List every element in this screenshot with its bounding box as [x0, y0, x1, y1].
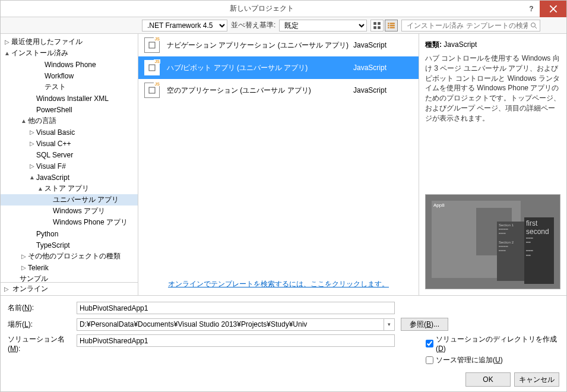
location-input[interactable]	[77, 318, 384, 331]
svg-rect-7	[390, 24, 395, 26]
tree-node[interactable]: ▷Windows アプリ	[1, 206, 138, 217]
svg-rect-8	[388, 27, 389, 28]
add-source-control-checkbox[interactable]	[426, 356, 433, 364]
sort-select[interactable]: 既定	[279, 20, 367, 31]
add-source-control-label: ソース管理に追加(U)	[436, 355, 503, 365]
browse-button[interactable]: 参照(B)...	[401, 318, 448, 331]
tree-node[interactable]: ▲他の言語	[1, 115, 138, 127]
svg-point-10	[531, 23, 536, 27]
online-search-link[interactable]: オンラインでテンプレートを検索するには、ここをクリックします。	[168, 280, 389, 288]
view-list-button[interactable]	[385, 20, 398, 31]
solution-name-label: ソリューション名(M):	[8, 334, 71, 353]
online-search-link-wrap: オンラインでテンプレートを検索するには、ここをクリックします。	[138, 276, 419, 295]
tree-node[interactable]: ▷TypeScript	[1, 239, 138, 251]
js-template-icon: JS	[144, 60, 160, 75]
svg-rect-0	[374, 22, 377, 25]
tree-node[interactable]: ▷SQL Server	[1, 149, 138, 160]
sort-label: 並べ替え基準:	[231, 20, 275, 30]
create-dir-checkbox[interactable]	[426, 340, 433, 347]
search-icon	[530, 22, 537, 29]
dialog-title: 新しいプロジェクト	[1, 4, 523, 14]
view-buttons	[370, 20, 398, 31]
svg-rect-12	[149, 42, 155, 48]
tiles-icon	[373, 21, 381, 30]
svg-rect-14	[149, 87, 155, 93]
tree-node[interactable]: ▷ユニバーサル アプリ	[1, 194, 138, 206]
help-icon[interactable]: ?	[523, 5, 540, 13]
svg-rect-4	[388, 23, 389, 24]
tree-node[interactable]: ▷Windows Installer XML	[1, 93, 138, 104]
template-item[interactable]: JSハブ/ピボット アプリ (ユニバーサル アプリ)JavaScript	[138, 56, 419, 79]
svg-rect-1	[378, 22, 381, 25]
search-box[interactable]	[401, 20, 540, 31]
name-label: 名前(N):	[8, 303, 71, 313]
tree-node[interactable]: ▷Telerik	[1, 262, 138, 273]
list-icon	[387, 21, 395, 30]
tree-node[interactable]: ▷テスト	[1, 81, 138, 93]
template-item[interactable]: JSナビゲーション アプリケーション (ユニバーサル アプリ)JavaScrip…	[138, 34, 419, 56]
template-item[interactable]: JS空のアプリケーション (ユニバーサル アプリ)JavaScript	[138, 79, 419, 102]
tree-installed[interactable]: ▲インストール済み	[1, 48, 138, 59]
tree-node[interactable]: ▷Workflow	[1, 70, 138, 81]
template-preview: App8 Section 1━━━━━━━Section 2━━━━━━━ fi…	[425, 194, 560, 289]
svg-line-11	[535, 27, 537, 29]
left-pane: ▷最近使用したファイル ▲インストール済み ▷Windows Phone▷Wor…	[1, 34, 138, 295]
bottom-form: 名前(N): 場所(L): ▾ 参照(B)... ソリューション名(M): ソリ…	[1, 295, 566, 391]
create-dir-label: ソリューションのディレクトリを作成(D)	[436, 334, 559, 353]
center-pane: JSナビゲーション アプリケーション (ユニバーサル アプリ)JavaScrip…	[138, 34, 419, 295]
tree-node[interactable]: ▷その他のプロジェクトの種類	[1, 251, 138, 262]
location-label: 場所(L):	[8, 320, 71, 330]
tree-recent[interactable]: ▷最近使用したファイル	[1, 36, 138, 48]
framework-select[interactable]: .NET Framework 4.5	[142, 20, 227, 31]
tree-online[interactable]: ▷オンライン	[1, 282, 138, 295]
template-list: JSナビゲーション アプリケーション (ユニバーサル アプリ)JavaScrip…	[138, 34, 419, 276]
location-dropdown[interactable]: ▾	[384, 318, 395, 331]
tree-node[interactable]: ▷PowerShell	[1, 104, 138, 115]
tree-node[interactable]: ▷サンプル	[1, 273, 138, 282]
tree-node[interactable]: ▷Visual Basic	[1, 127, 138, 138]
toolbar: .NET Framework 4.5 並べ替え基準: 既定	[1, 17, 566, 34]
category-tree: ▷最近使用したファイル ▲インストール済み ▷Windows Phone▷Wor…	[1, 34, 138, 282]
close-icon	[549, 5, 558, 13]
template-kind: 種類: JavaScript	[425, 40, 560, 50]
close-button[interactable]	[540, 1, 566, 17]
svg-rect-13	[149, 65, 155, 71]
title-bar: 新しいプロジェクト ?	[1, 1, 566, 17]
name-input[interactable]	[77, 302, 395, 314]
template-description: ハブ コントロールを使用する Windows 向け 3 ページ ユニバーサル ア…	[425, 53, 560, 124]
svg-rect-9	[390, 27, 395, 28]
svg-rect-3	[378, 26, 381, 29]
tree-node[interactable]: ▲JavaScript	[1, 172, 138, 183]
tree-node[interactable]: ▷Python	[1, 228, 138, 239]
tree-node[interactable]: ▷Windows Phone	[1, 59, 138, 70]
tree-node[interactable]: ▲ストア アプリ	[1, 183, 138, 194]
tree-node[interactable]: ▷Visual F#	[1, 160, 138, 172]
js-template-icon: JS	[144, 37, 160, 53]
svg-rect-5	[390, 23, 395, 24]
ok-button[interactable]: OK	[465, 372, 511, 387]
tree-node[interactable]: ▷Windows Phone アプリ	[1, 217, 138, 228]
right-pane: 種類: JavaScript ハブ コントロールを使用する Windows 向け…	[419, 34, 566, 295]
svg-rect-2	[374, 26, 377, 29]
search-input[interactable]	[404, 20, 530, 31]
tree-node[interactable]: ▷Visual C++	[1, 138, 138, 149]
view-tiles-button[interactable]	[370, 20, 384, 31]
svg-rect-6	[388, 24, 389, 26]
solution-name-input[interactable]	[77, 334, 395, 347]
js-template-icon: JS	[144, 83, 160, 98]
cancel-button[interactable]: キャンセル	[514, 372, 559, 387]
